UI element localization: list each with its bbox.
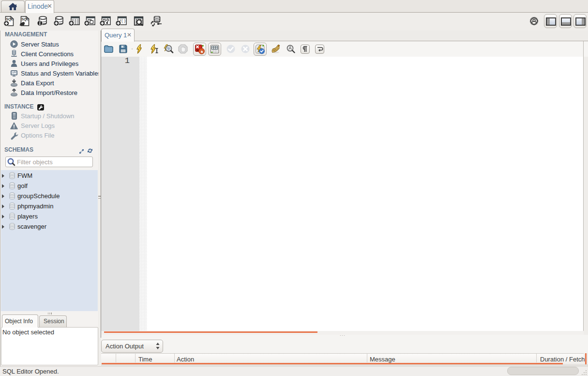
svg-text:SQL: SQL [22, 17, 29, 21]
svg-text:( ): ( ) [121, 18, 125, 23]
